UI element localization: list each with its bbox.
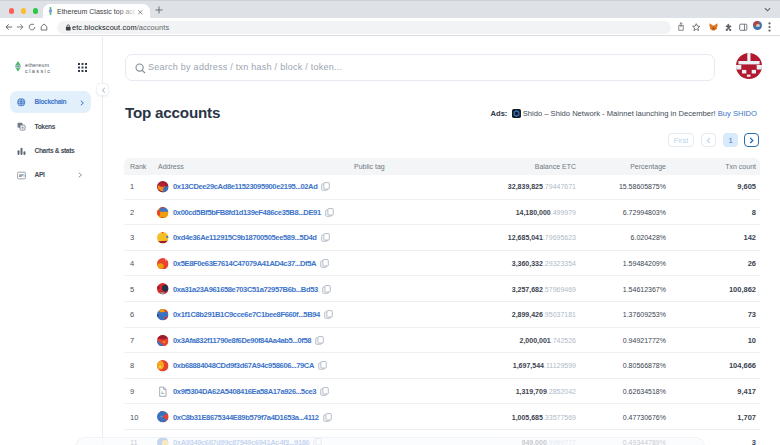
svg-text:API: API: [19, 173, 25, 177]
